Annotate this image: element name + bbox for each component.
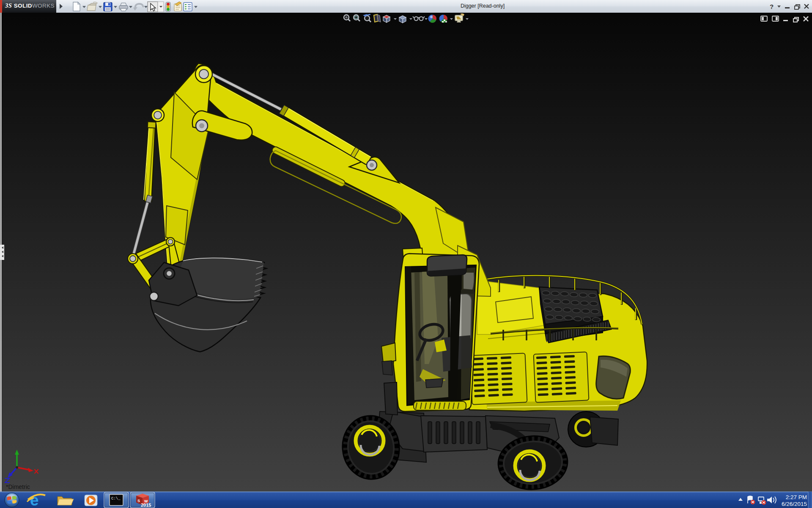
svg-text:2:27 PM: 2:27 PM: [786, 494, 807, 500]
svg-text:2015: 2015: [141, 502, 151, 508]
svg-text:C:\_: C:\_: [111, 497, 121, 501]
svg-text:S: S: [137, 499, 140, 503]
svg-text:6/26/2015: 6/26/2015: [782, 501, 807, 507]
